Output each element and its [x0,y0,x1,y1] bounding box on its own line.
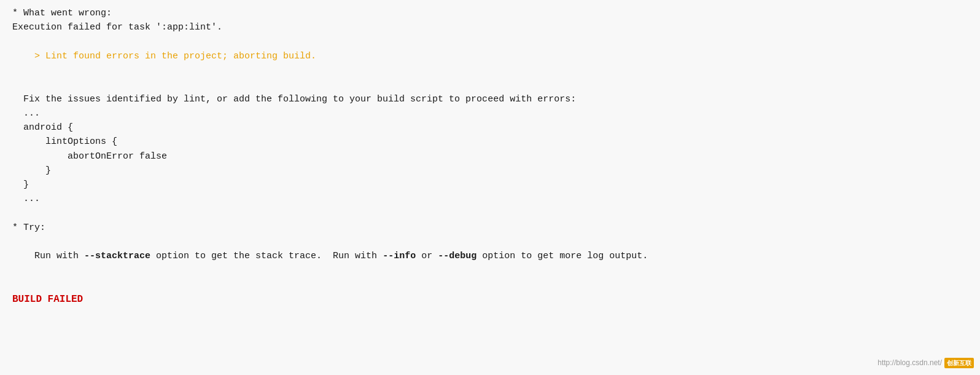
arrow-icon: > [34,51,45,61]
android-block-close: } [12,178,968,192]
debug-option: --debug [438,251,476,261]
error-output: * What went wrong: Execution failed for … [12,6,968,307]
execution-failed-line: Execution failed for task ':app:lint'. [12,20,968,34]
fix-issues-line: Fix the issues identified by lint, or ad… [12,92,968,106]
watermark-logo: 创新互联 [944,358,974,369]
what-went-wrong-label: * What went wrong: [12,6,968,20]
run-with-end: option to get more log output. [476,251,648,261]
watermark-bar: http://blog.csdn.net/ 创新互联 [877,357,974,369]
lint-error-text: Lint found errors in the project; aborti… [45,51,316,61]
info-option: --info [383,251,416,261]
try-label: * Try: [12,221,968,235]
run-with-mid1: option to get the stack trace. Run with [150,251,383,261]
run-with-pre1: Run with [34,251,84,261]
run-with-mid2: or [416,251,438,261]
android-block-open: android { [12,120,968,135]
run-with-line: Run with --stacktrace option to get the … [12,235,968,278]
build-failed-label: BUILD FAILED [12,292,968,307]
lint-error-line: > Lint found errors in the project; abor… [12,35,968,78]
abort-on-error-line: abortOnError false [12,149,968,164]
lint-options-close: } [12,164,968,178]
ellipsis-line-2: ... [12,192,968,206]
lint-options-open: lintOptions { [12,135,968,149]
ellipsis-line-1: ... [12,106,968,120]
stacktrace-option: --stacktrace [84,251,150,261]
watermark-url: http://blog.csdn.net/ [877,357,942,369]
